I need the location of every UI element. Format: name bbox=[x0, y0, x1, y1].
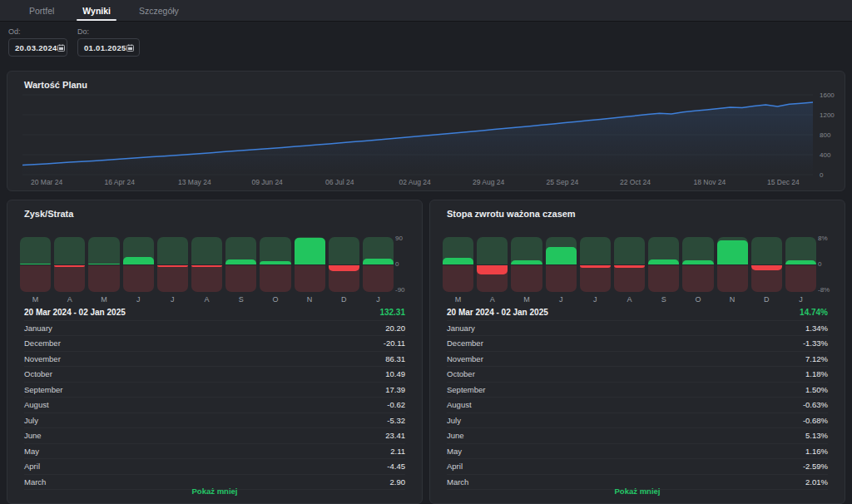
month-value: 23.41 bbox=[385, 431, 405, 440]
bar-column-A-5 bbox=[614, 237, 645, 292]
value-bar bbox=[20, 264, 51, 265]
positive-track bbox=[260, 237, 290, 264]
month-value: -20.11 bbox=[384, 338, 405, 348]
calendar-icon[interactable] bbox=[57, 44, 65, 52]
negative-track bbox=[443, 265, 473, 292]
bar-column-M-2 bbox=[511, 237, 542, 292]
bar-column-A-5 bbox=[191, 237, 222, 292]
month-value: -0.63% bbox=[803, 400, 828, 409]
value-bar bbox=[123, 257, 154, 264]
month-value: 10.49 bbox=[385, 369, 405, 378]
negative-track bbox=[123, 265, 154, 292]
table-row: August-0.62 bbox=[24, 398, 405, 413]
month-tick: J bbox=[123, 295, 154, 304]
date-filters: Od: 20.03.2024 Do: 01.01.2025 bbox=[8, 27, 140, 57]
value-bar bbox=[191, 265, 222, 267]
month-tick: A bbox=[191, 295, 222, 304]
month-value: 2.01% bbox=[805, 477, 828, 487]
tab-wyniki[interactable]: Wyniki bbox=[68, 0, 125, 21]
negative-track bbox=[20, 265, 51, 292]
table-row: November7.12% bbox=[447, 352, 828, 368]
date-range-label: 20 Mar 2024 - 02 Jan 2025 bbox=[447, 308, 548, 317]
month-tick: M bbox=[511, 295, 542, 304]
bar-y-tick: 90 bbox=[395, 235, 403, 242]
to-date-label: Do: bbox=[77, 27, 140, 36]
x-axis-tick: 13 May 24 bbox=[178, 178, 211, 186]
profit-loss-month-axis: MAMJJASONDJ bbox=[20, 295, 394, 304]
negative-track bbox=[477, 265, 508, 292]
y-axis-tick: 1200 bbox=[820, 111, 835, 119]
month-label: June bbox=[24, 431, 42, 440]
tab-portfel[interactable]: Portfel bbox=[15, 0, 68, 21]
month-label: October bbox=[24, 369, 52, 378]
month-tick: J bbox=[580, 295, 611, 304]
positive-track bbox=[580, 237, 611, 264]
table-row: September17.39 bbox=[24, 383, 405, 398]
table-row: December-1.33% bbox=[447, 336, 828, 352]
negative-track bbox=[751, 265, 782, 292]
show-less-button[interactable]: Pokaż mniej bbox=[430, 487, 845, 496]
bar-column-O-7 bbox=[682, 237, 713, 292]
table-row: November86.31 bbox=[24, 352, 405, 368]
bar-column-S-6 bbox=[225, 237, 256, 292]
positive-track bbox=[717, 237, 748, 264]
profit-loss-table: 20 Mar 2024 - 02 Jan 2025132.31January20… bbox=[24, 305, 405, 490]
table-header-row: 20 Mar 2024 - 02 Jan 2025132.31 bbox=[24, 305, 405, 321]
show-less-button[interactable]: Pokaż mniej bbox=[7, 487, 422, 496]
bar-column-S-6 bbox=[648, 237, 679, 292]
bar-y-tick: -90 bbox=[395, 286, 405, 294]
bar-column-J-10 bbox=[785, 237, 816, 292]
value-bar bbox=[511, 260, 542, 264]
negative-track bbox=[260, 265, 290, 292]
month-tick: D bbox=[751, 295, 782, 304]
bar-column-D-9 bbox=[751, 237, 782, 292]
from-date-group: Od: 20.03.2024 bbox=[8, 27, 67, 57]
month-tick: S bbox=[225, 295, 256, 304]
y-axis-tick: 1600 bbox=[820, 91, 835, 99]
to-date-input[interactable]: 01.01.2025 bbox=[77, 38, 140, 57]
negative-track bbox=[295, 265, 325, 292]
y-axis-tick: 800 bbox=[820, 131, 830, 139]
month-value: 1.50% bbox=[805, 385, 828, 394]
month-tick: N bbox=[295, 295, 325, 304]
month-tick: M bbox=[443, 295, 473, 304]
calendar-icon[interactable] bbox=[126, 44, 134, 52]
value-bar bbox=[477, 265, 508, 274]
month-value: 1.16% bbox=[805, 447, 828, 456]
x-axis-tick: 20 Mar 24 bbox=[31, 178, 62, 186]
positive-track bbox=[295, 237, 325, 264]
from-date-input[interactable]: 20.03.2024 bbox=[8, 38, 67, 57]
negative-track bbox=[717, 265, 748, 292]
y-axis-tick: 0 bbox=[820, 171, 823, 179]
to-date-value: 01.01.2025 bbox=[84, 43, 126, 52]
positive-track bbox=[443, 237, 473, 264]
positive-track bbox=[225, 237, 256, 264]
month-tick: J bbox=[785, 295, 816, 304]
from-date-value: 20.03.2024 bbox=[15, 43, 57, 52]
positive-track bbox=[614, 237, 645, 264]
positive-track bbox=[191, 237, 222, 264]
bar-column-J-4 bbox=[580, 237, 611, 292]
profit-loss-panel: Zysk/Strata MAMJJASONDJ 900-90 20 Mar 20… bbox=[7, 200, 423, 504]
bar-column-N-8 bbox=[295, 237, 325, 292]
month-label: May bbox=[447, 447, 462, 456]
month-label: November bbox=[24, 354, 61, 363]
value-bar bbox=[54, 265, 85, 267]
month-label: January bbox=[24, 324, 52, 333]
month-label: July bbox=[447, 416, 461, 425]
negative-track bbox=[580, 265, 611, 292]
tab-szczegoly[interactable]: Szczegóły bbox=[125, 0, 193, 21]
x-axis-tick: 25 Sep 24 bbox=[547, 178, 579, 186]
month-value: -4.45 bbox=[387, 462, 405, 471]
month-label: April bbox=[24, 462, 40, 471]
x-axis-tick: 16 Apr 24 bbox=[105, 178, 135, 186]
month-value: 1.34% bbox=[805, 324, 828, 333]
month-label: July bbox=[24, 416, 38, 425]
negative-track bbox=[54, 265, 85, 292]
table-row: June23.41 bbox=[24, 428, 405, 444]
table-row: December-20.11 bbox=[24, 336, 405, 352]
y-axis-tick: 400 bbox=[820, 151, 830, 159]
month-value: -5.32 bbox=[387, 416, 405, 425]
month-tick: D bbox=[329, 295, 359, 304]
negative-track bbox=[225, 265, 256, 292]
